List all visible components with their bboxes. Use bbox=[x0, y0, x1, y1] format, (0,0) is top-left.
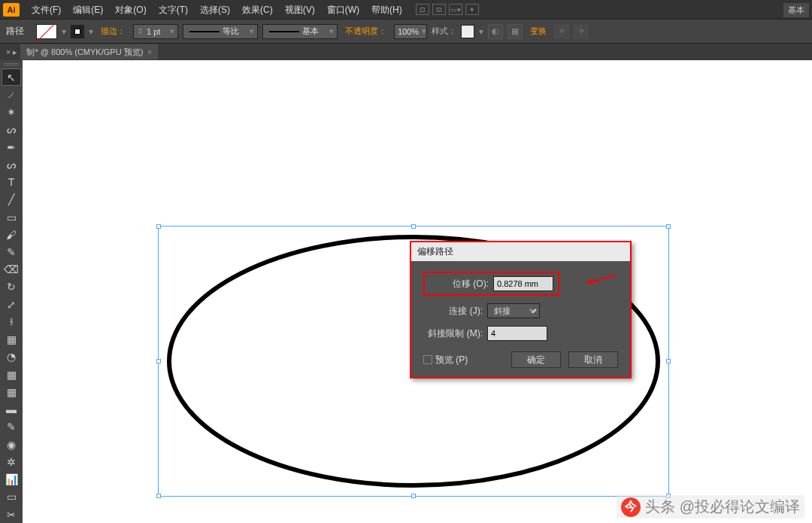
selection-type-label: 路径 bbox=[6, 25, 24, 38]
offset-label: 位移 (O): bbox=[429, 278, 493, 290]
handle-tl[interactable] bbox=[156, 224, 161, 229]
width-tool-icon[interactable]: ⫲ bbox=[2, 313, 21, 330]
gradient-tool-icon[interactable]: ▬ bbox=[2, 400, 21, 418]
selection-tool-icon[interactable]: ↖ bbox=[2, 68, 21, 86]
magic-wand-tool-icon[interactable]: ✶ bbox=[2, 104, 21, 121]
stroke-profile-2[interactable]: 基本▾ bbox=[262, 24, 338, 39]
eyedropper-tool-icon[interactable]: ✎ bbox=[2, 418, 21, 436]
tab-prefix-icon[interactable]: × ▸ bbox=[3, 47, 20, 57]
fill-swatch[interactable] bbox=[36, 24, 57, 39]
shape-tool-icon[interactable]: ▭ bbox=[2, 208, 21, 226]
handle-r[interactable] bbox=[666, 359, 671, 363]
handle-tr[interactable] bbox=[666, 224, 671, 229]
transform-label[interactable]: 变换 bbox=[527, 26, 550, 37]
document-tab[interactable]: 制* @ 800% (CMYK/GPU 预览) × bbox=[20, 44, 158, 59]
toggle-4-icon[interactable]: ✦ bbox=[465, 4, 479, 15]
handle-b[interactable] bbox=[411, 494, 416, 498]
direct-select-tool-icon[interactable]: ⟋ bbox=[2, 86, 21, 103]
watermark-prefix: 头条 bbox=[645, 497, 675, 517]
ok-button[interactable]: 确定 bbox=[511, 351, 561, 368]
toggle-1-icon[interactable]: ⊡ bbox=[416, 4, 429, 15]
slice-tool-icon[interactable]: ✂ bbox=[2, 506, 21, 523]
watermark-text: @投必得论文编译 bbox=[680, 497, 800, 517]
lasso-tool-icon[interactable]: ᔕ bbox=[2, 121, 21, 138]
type-tool-icon[interactable]: T bbox=[2, 173, 21, 190]
graph-tool-icon[interactable]: 📊 bbox=[2, 470, 21, 488]
menu-edit[interactable]: 编辑(E) bbox=[67, 0, 109, 20]
mesh-tool-icon[interactable]: ▦ bbox=[2, 383, 21, 400]
document-tab-title: 制* @ 800% (CMYK/GPU 预览) bbox=[26, 47, 143, 58]
stroke-label[interactable]: 描边： bbox=[98, 26, 129, 37]
offset-input[interactable] bbox=[493, 276, 553, 291]
shape-builder-tool-icon[interactable]: ◔ bbox=[2, 348, 21, 366]
canvas[interactable]: 偏移路径 位移 (O): 连接 (J): 斜接 ▾ 斜接限制 (M): 预览 (… bbox=[23, 60, 812, 523]
style-label: 样式： bbox=[432, 26, 456, 37]
free-transform-tool-icon[interactable]: ▦ bbox=[2, 331, 21, 348]
stroke-weight-input[interactable]: ⇕1 pt▾ bbox=[133, 24, 178, 39]
app-logo-icon: Ai bbox=[3, 3, 20, 17]
line-tool-icon[interactable]: ╱ bbox=[2, 191, 21, 208]
symbol-tool-icon[interactable]: ✲ bbox=[2, 453, 21, 470]
handle-t[interactable] bbox=[411, 224, 416, 229]
miter-label: 斜接限制 (M): bbox=[423, 327, 487, 340]
panel-grip-icon[interactable] bbox=[4, 63, 19, 65]
watermark-logo-icon: 今 bbox=[621, 497, 641, 517]
recolor-icon[interactable]: ◐ bbox=[488, 24, 503, 39]
offset-path-dialog: 偏移路径 位移 (O): 连接 (J): 斜接 ▾ 斜接限制 (M): 预览 (… bbox=[410, 241, 632, 379]
menubar: Ai 文件(F) 编辑(E) 对象(O) 文字(T) 选择(S) 效果(C) 视… bbox=[0, 0, 812, 20]
menu-help[interactable]: 帮助(H) bbox=[365, 0, 408, 20]
menu-text[interactable]: 文字(T) bbox=[153, 0, 194, 20]
opacity-label[interactable]: 不透明度： bbox=[342, 26, 389, 37]
cancel-button[interactable]: 取消 bbox=[568, 351, 618, 368]
handle-l[interactable] bbox=[156, 359, 161, 363]
stroke-profile-1[interactable]: 等比▾ bbox=[183, 24, 258, 39]
handle-bl[interactable] bbox=[156, 494, 161, 498]
perspective-tool-icon[interactable]: ▦ bbox=[2, 366, 21, 383]
menu-view[interactable]: 视图(V) bbox=[279, 0, 321, 20]
extra-icon[interactable]: ✧ bbox=[574, 24, 589, 39]
watermark: 今 头条 @投必得论文编译 bbox=[617, 495, 804, 518]
menu-window[interactable]: 窗口(W) bbox=[321, 0, 365, 20]
tool-panel: ↖ ⟋ ✶ ᔕ ✒ ᔕ T ╱ ▭ 🖌 ✎ ⌫ ↻ ⤢ ⫲ ▦ ◔ ▦ ▦ ▬ … bbox=[0, 60, 23, 523]
eraser-tool-icon[interactable]: ⌫ bbox=[2, 261, 21, 278]
curvature-tool-icon[interactable]: ᔕ bbox=[2, 156, 21, 173]
blend-tool-icon[interactable]: ◉ bbox=[2, 436, 21, 453]
isolate-icon[interactable]: ✧ bbox=[554, 24, 569, 39]
pencil-tool-icon[interactable]: ✎ bbox=[2, 243, 21, 260]
artboard-tool-icon[interactable]: ▭ bbox=[2, 488, 21, 506]
menu-file[interactable]: 文件(F) bbox=[26, 0, 67, 20]
options-bar: 路径 ▾ ▾ 描边： ⇕1 pt▾ 等比▾ 基本▾ 不透明度： 100%▾ 样式… bbox=[0, 20, 812, 44]
pen-tool-icon[interactable]: ✒ bbox=[2, 138, 21, 156]
stroke-swatch[interactable] bbox=[71, 25, 84, 38]
opacity-input[interactable]: 100%▾ bbox=[394, 24, 427, 39]
toggle-3-icon[interactable]: ▭▾ bbox=[449, 4, 462, 15]
align-icon[interactable]: ▦ bbox=[508, 24, 523, 39]
rotate-tool-icon[interactable]: ↻ bbox=[2, 278, 21, 296]
scale-tool-icon[interactable]: ⤢ bbox=[2, 296, 21, 313]
tab-close-icon[interactable]: × bbox=[147, 48, 152, 56]
menu-select[interactable]: 选择(S) bbox=[194, 0, 236, 20]
menu-effect[interactable]: 效果(C) bbox=[236, 0, 279, 20]
toggle-2-icon[interactable]: St bbox=[432, 4, 446, 15]
menu-object[interactable]: 对象(O) bbox=[109, 0, 152, 20]
dialog-title[interactable]: 偏移路径 bbox=[411, 242, 630, 261]
miter-input[interactable] bbox=[487, 326, 547, 341]
document-tab-bar: × ▸ 制* @ 800% (CMYK/GPU 预览) × bbox=[0, 44, 812, 60]
style-swatch[interactable] bbox=[461, 25, 474, 38]
workspace-switcher[interactable]: 基本 bbox=[783, 3, 809, 17]
brush-tool-icon[interactable]: 🖌 bbox=[2, 226, 21, 243]
preview-checkbox[interactable]: 预览 (P) bbox=[423, 354, 504, 366]
join-label: 连接 (J): bbox=[423, 305, 487, 318]
